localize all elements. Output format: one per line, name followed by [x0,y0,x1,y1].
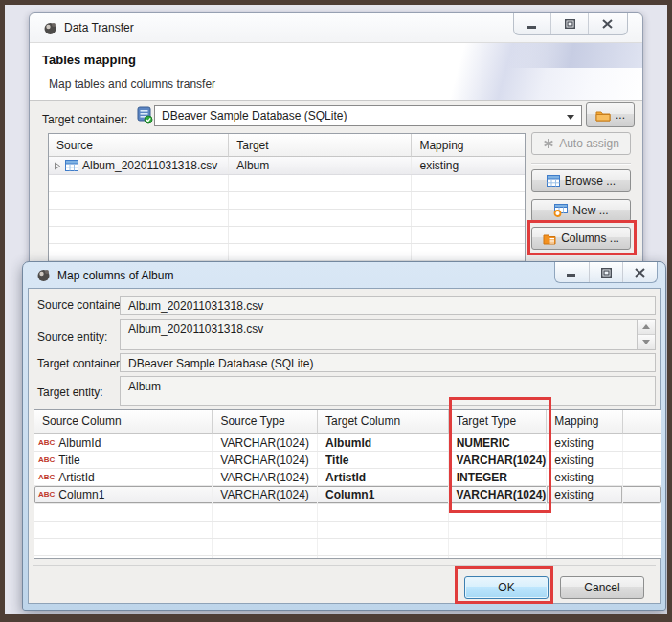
spinner [637,320,655,349]
column-header-mapping[interactable]: Mapping [547,410,623,434]
column-header-empty [623,410,661,434]
new-table-icon [553,204,568,217]
source-entity-field[interactable]: Album_202011031318.csv [120,319,656,350]
target-type: VARCHAR(1024) [449,452,548,468]
source-column: Title [58,454,79,467]
mapping-type: existing [412,157,525,174]
empty-row [49,192,525,210]
app-beaver-icon [36,268,51,282]
button-separator [531,163,631,165]
column-header-target-column[interactable]: Target Column [318,410,449,434]
mapping-type: existing [547,469,623,485]
new-label: New ... [572,204,608,217]
minimize-icon[interactable] [555,262,590,282]
target-entity-value: Album [128,380,161,393]
target-container-field[interactable]: DBeaver Sample Database (SQLite) [120,353,656,372]
empty-row [34,539,661,556]
columns-mapping-table: Source Column Source Type Target Column … [34,409,661,559]
table-header-row: Source Target Mapping [49,134,525,157]
target-container-combo[interactable]: DBeaver Sample Database (SQLite) [154,105,582,126]
dialog2-window-controls [554,262,658,283]
table-header-row: Source Column Source Type Target Column … [34,410,661,434]
target-column: Column1 [318,486,449,503]
source-container-value: Album_202011031318.csv [128,300,263,313]
app-beaver-icon [43,21,57,35]
page-title: Tables mapping [42,53,136,67]
source-column: ArtistId [58,471,94,484]
string-type-icon: ABC [38,491,55,499]
table-icon [65,160,78,171]
tables-mapping-table: Source Target Mapping Album_202011031318… [48,133,526,267]
empty-row [49,227,525,244]
database-icon [137,106,153,124]
auto-assign-label: Auto assign [559,137,619,150]
ok-label: OK [498,581,514,594]
table-row-selected[interactable]: ABCColumn1 VARCHAR(1024) Column1 VARCHAR… [34,486,661,504]
empty-row [49,175,525,192]
source-container-field[interactable]: Album_202011031318.csv [120,296,656,315]
table-row[interactable]: Album_202011031318.csv Album existing [49,157,525,175]
empty-row [34,556,661,559]
target-column: ArtistId [318,469,449,485]
cancel-label: Cancel [584,581,619,594]
mapping-type: existing [547,452,623,468]
source-entity-label: Source entity: [37,330,107,344]
target-type: INTEGER [449,469,548,485]
auto-assign-button[interactable]: Auto assign [531,132,631,155]
button-bar-separator [33,565,656,566]
mapping-type: existing [547,486,623,503]
browse-container-button[interactable]: ... [586,102,635,127]
maximize-icon[interactable] [551,13,589,34]
column-header-source-column[interactable]: Source Column [34,410,213,434]
asterisk-icon [543,138,554,149]
cancel-button[interactable]: Cancel [560,576,644,599]
target-container-label: Target container: [37,357,123,370]
source-entity-value: Album_202011031318.csv [128,322,263,336]
empty-row [34,522,661,539]
source-type: VARCHAR(1024) [213,434,318,451]
columns-button[interactable]: Columns ... [531,227,631,250]
columns-icon [543,233,556,245]
empty-row [49,210,525,227]
empty-row [34,504,661,522]
column-header-target[interactable]: Target [229,134,412,157]
new-button[interactable]: New ... [531,199,631,222]
column-header-source[interactable]: Source [49,134,229,157]
target-entity-label: Target entity: [37,386,103,399]
source-container-label: Source container: [37,299,127,312]
maximize-icon[interactable] [590,262,624,282]
source-type: VARCHAR(1024) [213,486,318,503]
column-header-target-type[interactable]: Target Type [449,410,548,434]
target-container-label: Target container: [42,113,127,126]
source-column: Column1 [58,488,104,501]
table-row[interactable]: ABCTitle VARCHAR(1024) Title VARCHAR(102… [34,452,661,469]
string-type-icon: ABC [38,456,55,464]
close-icon[interactable] [623,262,657,282]
browse-button[interactable]: Browse ... [531,169,631,192]
target-type: NUMERIC [449,434,548,451]
target-column: AlbumId [318,434,449,451]
target-container-value: DBeaver Sample Database (SQLite) [162,109,347,122]
string-type-icon: ABC [38,474,55,481]
target-type: VARCHAR(1024) [449,486,548,503]
target-entity-field[interactable]: Album [120,376,656,406]
column-header-mapping[interactable]: Mapping [412,134,525,157]
browse-label: Browse ... [565,174,616,188]
ok-button[interactable]: OK [464,576,549,599]
minimize-icon[interactable] [514,13,551,34]
source-type: VARCHAR(1024) [213,452,318,468]
source-column: AlbumId [58,436,101,450]
string-type-icon: ABC [38,439,55,447]
wizard-header: Tables mapping Map tables and columns tr… [30,43,642,101]
target-container-value: DBeaver Sample Database (SQLite) [128,357,313,370]
spinner-up-icon[interactable] [638,320,655,335]
column-header-source-type[interactable]: Source Type [213,410,318,434]
table-row[interactable]: ABCAlbumId VARCHAR(1024) AlbumId NUMERIC… [34,434,661,452]
source-type: VARCHAR(1024) [213,469,318,485]
map-columns-dialog: Map columns of Album Source container: A… [22,261,666,611]
expand-arrow-icon[interactable] [54,162,61,170]
spinner-down-icon[interactable] [638,335,655,349]
table-row[interactable]: ABCArtistId VARCHAR(1024) ArtistId INTEG… [34,469,661,486]
dialog1-title: Data Transfer [64,21,134,34]
close-icon[interactable] [589,13,625,34]
